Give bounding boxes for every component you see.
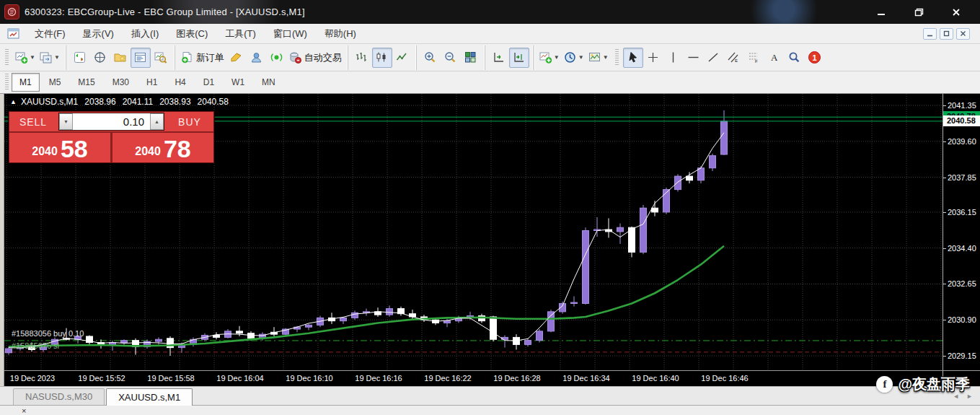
candle [675, 176, 681, 189]
sell-button[interactable]: SELL [9, 112, 57, 131]
tile-windows-icon [464, 51, 477, 64]
candle [710, 156, 716, 168]
bid-price-badge: 2040.58 [943, 115, 980, 126]
chart-candles-button[interactable] [372, 48, 392, 68]
cursor-button[interactable] [623, 48, 643, 68]
chart-shift-button[interactable] [509, 48, 529, 68]
community-button[interactable] [247, 48, 267, 68]
menu-item-help[interactable]: 帮助(H) [316, 25, 365, 43]
menu-item-window[interactable]: 窗口(W) [265, 25, 316, 43]
timeframe-button-m15[interactable]: M15 [70, 73, 102, 92]
volume-input[interactable]: 0.10 [73, 113, 150, 130]
close-button[interactable] [947, 5, 966, 19]
horizontal-line-button[interactable] [684, 48, 704, 68]
metaeditor-button[interactable] [226, 48, 247, 68]
search-button[interactable] [785, 48, 805, 68]
sell-price-button[interactable]: 2040 58 [9, 133, 110, 162]
auto-scroll-icon [493, 51, 505, 64]
data-window-button[interactable] [90, 48, 110, 68]
auto-scroll-button[interactable] [489, 48, 509, 68]
menu-item-charts[interactable]: 图表(C) [167, 25, 216, 43]
templates-button[interactable]: ▼ [586, 48, 611, 68]
timeframe-button-m5[interactable]: M5 [41, 73, 69, 92]
price-axis-label: 2037.85 [948, 172, 976, 183]
indicators-button[interactable]: ▼ [537, 48, 562, 68]
new-order-button[interactable]: 新订单 [179, 48, 226, 68]
text-tool-button[interactable]: A [764, 48, 785, 68]
time-axis-label: 19 Dec 16:34 [552, 374, 621, 383]
periods-button[interactable]: ▼ [562, 48, 586, 68]
zoom-out-button[interactable] [441, 48, 461, 68]
navigator-button[interactable] [110, 48, 131, 68]
market-watch-button[interactable] [70, 48, 90, 68]
crosshair-icon [647, 51, 659, 64]
chart-plot-area[interactable]: ▲ XAUUSD.s,M1 2038.96 2041.11 2038.93 20… [4, 94, 943, 370]
terminal-close-icon[interactable]: × [22, 407, 26, 414]
volume-increase-button[interactable]: ▲ [150, 113, 164, 130]
fibonacci-button[interactable]: F [744, 48, 764, 68]
minimize-button[interactable] [872, 5, 891, 19]
candle [352, 313, 358, 318]
watermark: f @夜盘雨季 [876, 375, 970, 394]
timeframe-button-m30[interactable]: M30 [105, 73, 137, 92]
candle [306, 325, 312, 327]
restore-button[interactable] [909, 5, 928, 19]
child-restore-button[interactable] [940, 28, 953, 40]
timeframe-button-m1[interactable]: M1 [12, 73, 40, 92]
menu-bar: 文件(F)显示(V)插入(I)图表(C)工具(T)窗口(W)帮助(H) [0, 24, 980, 44]
crosshair-button[interactable] [643, 48, 663, 68]
volume-decrease-button[interactable]: ▼ [59, 113, 73, 130]
toolbar-button-label: 新订单 [196, 51, 224, 64]
timeframe-button-d1[interactable]: D1 [195, 73, 222, 92]
chart-tab-xauusd-m1[interactable]: XAUUSD.s,M1 [106, 388, 193, 406]
toolbar-gripper[interactable] [5, 74, 9, 91]
chart-window-icon [7, 28, 20, 40]
buy-price-button[interactable]: 2040 78 [110, 133, 213, 162]
signals-button[interactable] [267, 48, 287, 68]
buy-button[interactable]: BUY [166, 112, 213, 131]
menu-item-file[interactable]: 文件(F) [26, 25, 74, 43]
ohlc-low: 2038.93 [159, 97, 190, 107]
chart-tab-nasusd-m30[interactable]: NASUSD.s,M30 [13, 388, 105, 405]
tile-windows-button[interactable] [461, 48, 481, 68]
auto-trading-button[interactable]: 自动交易 [287, 48, 344, 68]
timeframe-button-h4[interactable]: H4 [167, 73, 193, 92]
toolbar-gripper[interactable] [615, 49, 619, 66]
candle [156, 339, 162, 341]
child-minimize-button[interactable] [923, 28, 937, 40]
time-axis-label: 19 Dec 16:16 [344, 374, 413, 383]
price-axis[interactable]: 2040.78 2040.58 2041.352039.602037.85203… [943, 94, 980, 370]
new-chart-button[interactable]: ▼ [13, 48, 37, 68]
time-axis[interactable]: 19 Dec 202319 Dec 15:5219 Dec 15:5819 De… [4, 370, 943, 386]
timeframe-button-h1[interactable]: H1 [138, 73, 165, 92]
zoom-in-button[interactable] [420, 48, 441, 68]
candle [525, 341, 531, 345]
svg-text:F: F [755, 59, 758, 64]
signals-icon [270, 51, 283, 64]
bar-direction-icon: ▲ [10, 98, 17, 105]
chart-line-button[interactable] [392, 48, 412, 68]
timeframe-button-w1[interactable]: W1 [224, 73, 252, 92]
terminal-button[interactable] [131, 48, 151, 68]
time-axis-label: 19 Dec 16:40 [621, 374, 690, 383]
profiles-button[interactable]: ▼ [37, 48, 62, 68]
timeframe-button-mn[interactable]: MN [254, 73, 283, 92]
chart-bars-button[interactable] [352, 48, 372, 68]
strategy-tester-button[interactable] [151, 48, 171, 68]
notification-icon[interactable]: 1 [808, 51, 821, 64]
notification-button[interactable]: 1 [805, 48, 825, 68]
buy-price-big: 78 [164, 136, 191, 161]
channel-button[interactable]: E [724, 48, 744, 68]
ma-slow-line [9, 246, 724, 346]
toolbar-gripper[interactable] [5, 49, 9, 66]
vertical-line-button[interactable] [663, 48, 684, 68]
menu-item-view[interactable]: 显示(V) [74, 25, 123, 43]
child-close-button[interactable] [956, 28, 970, 40]
menu-item-tools[interactable]: 工具(T) [216, 25, 265, 43]
svg-text:A: A [771, 52, 778, 63]
menu-item-insert[interactable]: 插入(I) [123, 25, 167, 43]
trendline-button[interactable] [704, 48, 724, 68]
svg-text:E: E [735, 58, 738, 63]
candle [537, 331, 543, 341]
candle [721, 121, 728, 154]
